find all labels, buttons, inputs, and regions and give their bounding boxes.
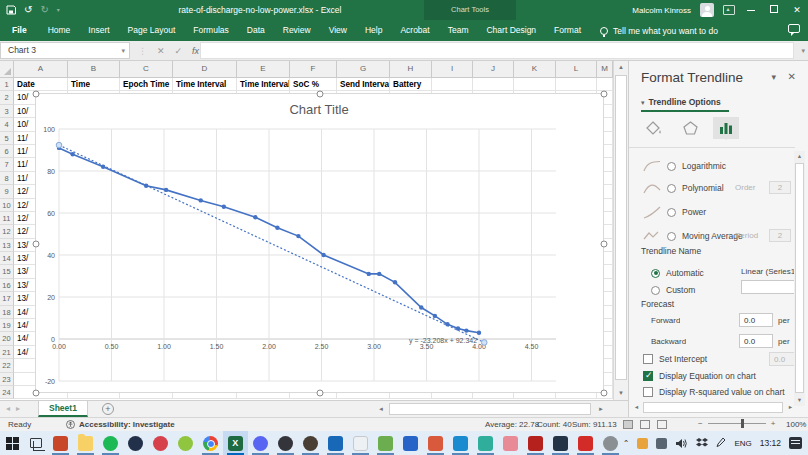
cell-a1[interactable]: Date xyxy=(14,78,68,91)
pane-scroll-left-icon[interactable]: ◄ xyxy=(631,402,642,413)
accessibility-status[interactable]: Accessibility: Investigate xyxy=(66,420,175,429)
row-header-2[interactable]: 2 xyxy=(0,91,14,104)
custom-name-input[interactable] xyxy=(741,280,797,294)
data-point-marker[interactable] xyxy=(296,234,300,238)
backward-input[interactable]: 0.0 xyxy=(739,334,773,348)
column-header-k[interactable]: K xyxy=(514,61,556,78)
row-header-24[interactable]: 24 xyxy=(0,386,14,399)
ribbon-tab-insert[interactable]: Insert xyxy=(79,20,118,41)
steam-taskbar-button[interactable] xyxy=(123,431,148,455)
ribbon-tab-formulas[interactable]: Formulas xyxy=(184,20,237,41)
cell-j1[interactable] xyxy=(473,78,514,91)
zoom-track[interactable] xyxy=(708,423,766,424)
column-header-c[interactable]: C xyxy=(120,61,173,78)
chart-title[interactable]: Chart Title xyxy=(289,102,348,117)
data-point-marker[interactable] xyxy=(253,215,257,219)
horizontal-scroll-thumb[interactable] xyxy=(389,403,591,415)
radio-moving-average[interactable] xyxy=(667,232,676,241)
column-header-b[interactable]: B xyxy=(68,61,120,78)
chart-handle[interactable] xyxy=(317,91,324,98)
data-point-marker[interactable] xyxy=(393,280,397,284)
radio-logarithmic[interactable] xyxy=(667,162,676,171)
chart-handle[interactable] xyxy=(33,241,40,248)
cell-b1[interactable]: Time xyxy=(68,78,120,91)
column-header-m[interactable]: M xyxy=(597,61,613,78)
spotify-taskbar-button[interactable] xyxy=(98,431,123,455)
start-button[interactable] xyxy=(0,431,25,455)
formula-bar-expand-icon[interactable]: ▾ xyxy=(801,47,805,55)
ribbon-tab-file[interactable]: File xyxy=(0,20,39,41)
cell-e1[interactable]: Time Interval xyxy=(237,78,290,91)
column-header-e[interactable]: E xyxy=(237,61,290,78)
chart-handle[interactable] xyxy=(33,91,40,98)
language-indicator[interactable]: ENG xyxy=(734,439,751,448)
media-app-taskbar-button[interactable] xyxy=(273,431,298,455)
opera-taskbar-button[interactable] xyxy=(148,431,173,455)
cancel-formula-icon[interactable]: ✕ xyxy=(157,46,165,56)
ribbon-tab-view[interactable]: View xyxy=(320,20,356,41)
trendline-endpoint-handle[interactable] xyxy=(481,340,487,346)
chart-object[interactable]: -200204060801000.000.501.001.502.002.503… xyxy=(35,93,604,393)
zoom-in-icon[interactable]: + xyxy=(771,419,776,428)
row-header-19[interactable]: 19 xyxy=(0,319,14,332)
column-header-l[interactable]: L xyxy=(556,61,597,78)
row-header-9[interactable]: 9 xyxy=(0,185,14,198)
cell-i1[interactable] xyxy=(432,78,473,91)
vault-app-taskbar-button[interactable] xyxy=(548,431,573,455)
zoom-level[interactable]: 100% xyxy=(786,420,806,429)
chrome-taskbar-button[interactable] xyxy=(198,431,223,455)
user-name[interactable]: Malcolm Kinross xyxy=(632,6,691,15)
pane-scroll-right-icon[interactable]: ► xyxy=(785,402,796,413)
sheet-tab-sheet1[interactable]: Sheet1 xyxy=(38,401,88,417)
chart-handle[interactable] xyxy=(317,390,324,397)
photo-editor-taskbar-button[interactable] xyxy=(373,431,398,455)
row-header-5[interactable]: 5 xyxy=(0,132,14,145)
column-header-g[interactable]: G xyxy=(337,61,390,78)
ribbon-tab-team[interactable]: Team xyxy=(439,20,478,41)
row-header-1[interactable]: 1 xyxy=(0,78,14,91)
pane-collapse-icon[interactable]: ▾ xyxy=(771,72,776,82)
trendline-name-automatic[interactable]: Automatic xyxy=(651,264,704,282)
ribbon-tab-home[interactable]: Home xyxy=(39,20,80,41)
row-header-17[interactable]: 17 xyxy=(0,292,14,305)
row-header-14[interactable]: 14 xyxy=(0,252,14,265)
pen-icon[interactable] xyxy=(716,437,726,449)
select-all-corner[interactable] xyxy=(0,61,14,78)
tray-battery-icon[interactable] xyxy=(656,438,667,449)
radio-custom[interactable] xyxy=(651,286,660,295)
pane-horizontal-scroll-thumb[interactable] xyxy=(643,402,783,413)
notepad-taskbar-button[interactable] xyxy=(348,431,373,455)
display-r-squared-checkbox[interactable] xyxy=(643,387,653,397)
volume-icon[interactable] xyxy=(675,438,688,449)
trendline-equation[interactable]: y = -23.208x + 92.342 xyxy=(409,337,477,345)
page-layout-view-icon[interactable] xyxy=(640,420,650,429)
data-point-marker[interactable] xyxy=(445,322,449,326)
postman-taskbar-button[interactable] xyxy=(498,431,523,455)
trendline-option-power[interactable]: Power xyxy=(643,203,706,221)
row-header-12[interactable]: 12 xyxy=(0,225,14,238)
data-point-marker[interactable] xyxy=(321,253,325,257)
data-point-marker[interactable] xyxy=(477,331,481,335)
camera-app-taskbar-button[interactable] xyxy=(298,431,323,455)
cell-f1[interactable]: SoC % xyxy=(290,78,337,91)
ribbon-tab-review[interactable]: Review xyxy=(274,20,320,41)
row-header-3[interactable]: 3 xyxy=(0,105,14,118)
restore-button[interactable] xyxy=(767,5,781,15)
zoom-slider[interactable]: − + xyxy=(698,419,775,428)
cell-g1[interactable]: Send Interval xyxy=(337,78,390,91)
scroll-left-icon[interactable]: ◄ xyxy=(375,403,387,415)
row-header-23[interactable]: 23 xyxy=(0,373,14,386)
normal-view-icon[interactable] xyxy=(623,420,633,429)
row-header-6[interactable]: 6 xyxy=(0,145,14,158)
column-header-a[interactable]: A xyxy=(14,61,68,78)
column-header-d[interactable]: D xyxy=(173,61,237,78)
trendline-endpoint-handle[interactable] xyxy=(56,142,62,148)
column-header-i[interactable]: I xyxy=(432,61,473,78)
data-point-marker[interactable] xyxy=(377,272,381,276)
data-point-marker[interactable] xyxy=(419,305,423,309)
notification-center-icon[interactable] xyxy=(789,437,802,449)
tell-me-box[interactable]: Tell me what you want to do xyxy=(590,20,728,41)
chart-handle[interactable] xyxy=(601,241,608,248)
chart-handle[interactable] xyxy=(601,390,608,397)
row-header-22[interactable]: 22 xyxy=(0,359,14,372)
